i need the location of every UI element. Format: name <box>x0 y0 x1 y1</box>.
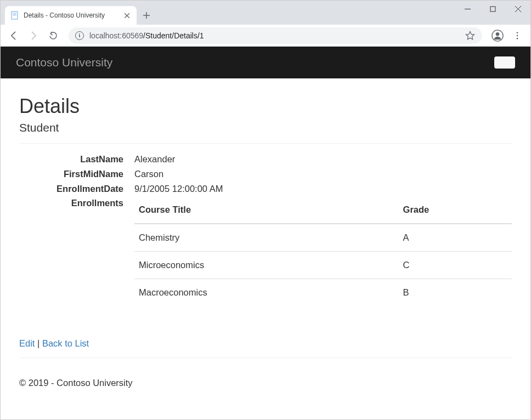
cell-course-title: Microeconomics <box>134 251 399 279</box>
last-name-value: Alexander <box>134 152 512 166</box>
svg-point-16 <box>517 37 518 39</box>
url-path: /Student/Details/1 <box>143 31 204 40</box>
address-bar[interactable]: i localhost:60569/Student/Details/1 <box>69 27 482 44</box>
site-info-icon[interactable]: i <box>75 31 84 40</box>
profile-button[interactable] <box>489 27 506 44</box>
url-host: localhost <box>89 31 120 40</box>
first-mid-name-value: Carson <box>134 167 512 181</box>
link-separator: | <box>35 338 42 348</box>
enrollments-value: Course Title Grade Chemistry A <box>134 196 512 316</box>
back-to-list-link[interactable]: Back to List <box>42 338 89 348</box>
cell-grade: A <box>399 224 512 251</box>
enrollment-date-label: EnrollmentDate <box>19 182 134 196</box>
cell-grade: C <box>399 251 512 279</box>
header-grade: Grade <box>399 196 512 224</box>
browser-toolbar: i localhost:60569/Student/Details/1 <box>1 25 530 47</box>
table-row: Macroeconomics B <box>134 279 512 305</box>
edit-link[interactable]: Edit <box>19 338 35 348</box>
svg-point-15 <box>517 35 518 36</box>
enrollments-table: Course Title Grade Chemistry A <box>134 196 512 305</box>
favicon-icon <box>10 11 19 20</box>
svg-rect-1 <box>490 7 495 12</box>
action-links: Edit | Back to List <box>19 338 512 349</box>
first-mid-name-label: FirstMidName <box>19 167 134 181</box>
browser-tab[interactable]: Details - Contoso University <box>5 6 137 25</box>
table-row: Microeconomics C <box>134 251 512 279</box>
divider <box>19 143 512 144</box>
url-port: :60569 <box>120 31 143 40</box>
minimize-button[interactable] <box>455 1 480 17</box>
footer: © 2019 - Contoso University <box>1 378 530 399</box>
tab-strip: Details - Contoso University <box>1 5 154 25</box>
tab-title: Details - Contoso University <box>24 12 118 19</box>
close-window-button[interactable] <box>505 1 530 17</box>
cell-course-title: Chemistry <box>134 224 399 251</box>
navbar-brand[interactable]: Contoso University <box>16 56 112 69</box>
main-container: Details Student LastName Alexander First… <box>1 78 530 378</box>
site-navbar: Contoso University <box>1 47 530 78</box>
header-course-title: Course Title <box>134 196 399 224</box>
page-subtitle: Student <box>19 121 512 134</box>
cell-grade: B <box>399 279 512 305</box>
browser-menu-button[interactable] <box>509 27 526 44</box>
url-text: localhost:60569/Student/Details/1 <box>89 31 465 40</box>
table-row: Chemistry A <box>134 224 512 251</box>
window-controls <box>455 1 530 17</box>
back-button[interactable] <box>5 27 22 44</box>
table-header-row: Course Title Grade <box>134 196 512 224</box>
page-title: Details <box>19 95 512 118</box>
new-tab-button[interactable] <box>139 8 154 23</box>
page-content: Contoso University Details Student LastN… <box>1 47 530 419</box>
bookmark-star-icon[interactable] <box>465 30 476 41</box>
enrollments-label: Enrollments <box>19 196 134 316</box>
enrollment-date-value: 9/1/2005 12:00:00 AM <box>134 182 512 196</box>
svg-point-14 <box>517 32 518 33</box>
svg-point-13 <box>496 32 499 36</box>
footer-divider <box>19 357 512 358</box>
browser-window: Details - Contoso University i localhost… <box>0 0 531 420</box>
last-name-label: LastName <box>19 152 134 166</box>
tab-close-button[interactable] <box>122 11 131 20</box>
footer-text: © 2019 - Contoso University <box>19 378 512 388</box>
forward-button[interactable] <box>25 27 42 44</box>
maximize-button[interactable] <box>480 1 505 17</box>
reload-button[interactable] <box>44 27 62 44</box>
navbar-toggle-button[interactable] <box>494 56 515 69</box>
cell-course-title: Macroeconomics <box>134 279 399 305</box>
details-list: LastName Alexander FirstMidName Carson E… <box>19 152 512 316</box>
title-bar: Details - Contoso University <box>1 1 530 25</box>
